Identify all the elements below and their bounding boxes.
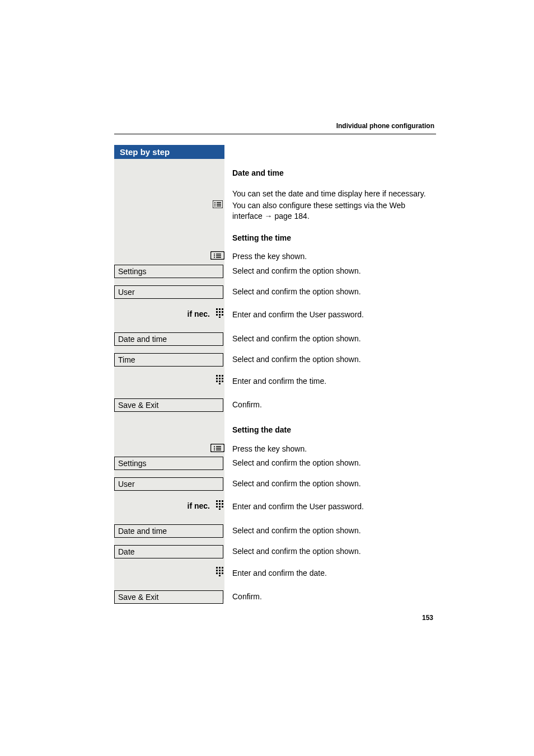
svg-rect-47: [216, 506, 218, 508]
svg-rect-55: [219, 570, 221, 571]
desc-enter-time: Enter and confirm the time.: [232, 376, 433, 387]
page-container: Individual phone configuration Step by s…: [0, 0, 534, 756]
svg-rect-51: [216, 567, 218, 569]
svg-rect-56: [222, 570, 223, 571]
svg-rect-31: [219, 381, 221, 382]
menu-item-settings-date: Settings: [114, 457, 223, 470]
web-config-icon: [213, 200, 224, 208]
svg-rect-17: [216, 311, 218, 313]
desc-user-date: Select and confirm the option shown.: [232, 478, 433, 489]
running-header: Individual phone configuration: [336, 122, 434, 130]
svg-rect-45: [219, 503, 221, 505]
heading-setting-time: Setting the time: [232, 233, 433, 243]
keypad-icon: [216, 375, 224, 384]
keypad-icon: [216, 308, 224, 318]
svg-rect-20: [216, 314, 218, 316]
desc-press-key-date: Press the key shown.: [232, 444, 433, 454]
arrow-icon: →: [265, 212, 273, 220]
keypad-icon: [216, 567, 224, 576]
svg-rect-25: [219, 375, 221, 377]
desc-password-date: Enter and confirm the User password.: [232, 501, 433, 512]
svg-rect-16: [222, 308, 223, 310]
desc-password-time: Enter and confirm the User password.: [232, 309, 433, 320]
intro-text-2b: page 184.: [273, 212, 310, 220]
svg-rect-41: [216, 500, 218, 502]
svg-rect-32: [222, 381, 223, 382]
menu-key-icon: [210, 251, 224, 260]
svg-rect-46: [222, 503, 223, 505]
svg-rect-53: [222, 567, 223, 569]
svg-rect-30: [216, 381, 218, 382]
svg-rect-50: [219, 509, 221, 510]
intro-text-2a: You can also configure these settings vi…: [232, 201, 405, 220]
keypad-icon: [216, 500, 224, 510]
desc-user-time: Select and confirm the option shown.: [232, 287, 433, 297]
if-nec-label-date: if nec.: [188, 501, 210, 510]
menu-key-icon: [210, 444, 224, 452]
svg-rect-54: [216, 570, 218, 571]
menu-item-settings-time: Settings: [114, 265, 223, 278]
svg-rect-22: [222, 314, 223, 316]
intro-text-1: You can set the date and time display he…: [232, 189, 433, 199]
intro-text-2: You can also configure these settings vi…: [232, 200, 433, 222]
svg-rect-27: [216, 378, 218, 379]
svg-rect-43: [222, 500, 223, 502]
menu-item-time: Time: [114, 353, 223, 367]
menu-item-user-time: User: [114, 285, 223, 299]
desc-press-key-time: Press the key shown.: [232, 251, 433, 262]
svg-rect-28: [219, 378, 221, 379]
svg-rect-59: [222, 572, 223, 574]
svg-rect-21: [219, 314, 221, 316]
svg-rect-18: [219, 311, 221, 313]
menu-item-user-date: User: [114, 477, 223, 491]
header-rule: [114, 134, 436, 134]
desc-time: Select and confirm the option shown.: [232, 354, 433, 365]
desc-date: Select and confirm the option shown.: [232, 546, 433, 557]
svg-rect-52: [219, 567, 221, 569]
page-number: 153: [422, 614, 433, 622]
sidebar-header: Step by step: [114, 145, 224, 159]
svg-rect-48: [219, 506, 221, 508]
if-nec-label-time: if nec.: [188, 309, 210, 318]
svg-rect-14: [216, 308, 218, 310]
desc-save-exit-date: Confirm.: [232, 591, 433, 602]
desc-settings-time: Select and confirm the option shown.: [232, 266, 433, 276]
svg-rect-42: [219, 500, 221, 502]
svg-rect-44: [216, 503, 218, 505]
svg-rect-29: [222, 378, 223, 379]
desc-settings-date: Select and confirm the option shown.: [232, 458, 433, 468]
svg-rect-57: [216, 572, 218, 574]
svg-rect-58: [219, 572, 221, 574]
svg-rect-26: [222, 375, 223, 377]
menu-item-date: Date: [114, 545, 223, 558]
svg-rect-33: [219, 383, 221, 385]
desc-save-exit-time: Confirm.: [232, 400, 433, 410]
desc-enter-date: Enter and confirm the date.: [232, 568, 433, 579]
desc-datetime-date: Select and confirm the option shown.: [232, 525, 433, 536]
svg-rect-15: [219, 308, 221, 310]
heading-setting-date: Setting the date: [232, 425, 433, 435]
svg-rect-60: [219, 575, 221, 577]
svg-rect-24: [216, 375, 218, 377]
desc-datetime-time: Select and confirm the option shown.: [232, 334, 433, 344]
menu-item-save-exit-time: Save & Exit: [114, 398, 223, 412]
svg-rect-19: [222, 311, 223, 313]
svg-rect-23: [219, 317, 221, 318]
menu-item-datetime-date: Date and time: [114, 524, 223, 538]
heading-date-and-time: Date and time: [232, 168, 433, 179]
svg-rect-49: [222, 506, 223, 508]
menu-item-datetime-time: Date and time: [114, 332, 223, 346]
menu-item-save-exit-date: Save & Exit: [114, 590, 223, 604]
